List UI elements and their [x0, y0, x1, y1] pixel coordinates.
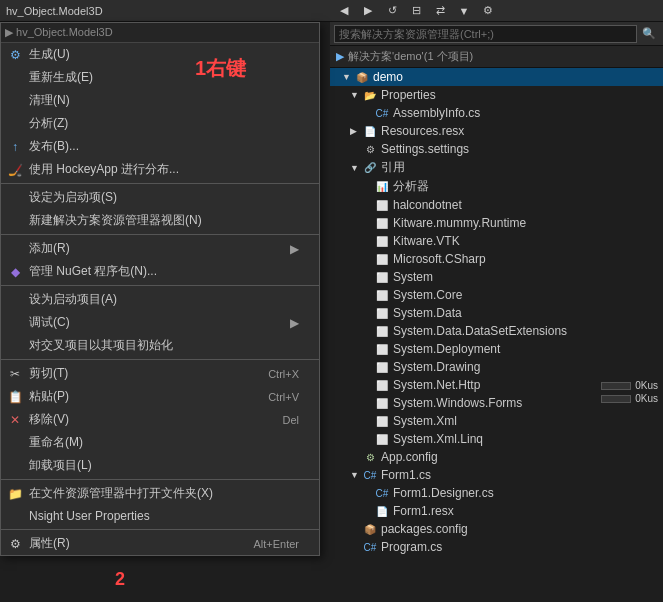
- tree-item-system-data[interactable]: ⬜ System.Data: [330, 304, 663, 322]
- se-solution-label-row: ▶ 解决方案'demo'(1 个项目): [330, 46, 663, 68]
- menu-item-set-startup[interactable]: 设定为启动项(S): [1, 186, 319, 209]
- tree-item-system[interactable]: ⬜ System: [330, 268, 663, 286]
- menu-item-debug-label: 调试(C): [29, 314, 70, 331]
- tree-item-settings[interactable]: ⚙ Settings.settings: [330, 140, 663, 158]
- menu-item-open-in-explorer[interactable]: 📁 在文件资源管理器中打开文件夹(X): [1, 482, 319, 505]
- speed-bar-2: [601, 395, 631, 403]
- menu-item-hockeyapp[interactable]: 🏒 使用 HockeyApp 进行分布...: [1, 158, 319, 181]
- app-config-icon: ⚙: [362, 449, 378, 465]
- assemblyinfo-icon: C#: [374, 105, 390, 121]
- se-search-input[interactable]: [334, 25, 637, 43]
- tree-item-system-dataset-ext[interactable]: ⬜ System.Data.DataSetExtensions: [330, 322, 663, 340]
- hockey-icon: 🏒: [7, 162, 23, 178]
- menu-item-analyze[interactable]: 分析(Z): [1, 112, 319, 135]
- se-settings-btn[interactable]: ⚙: [478, 2, 498, 20]
- tree-item-ms-csharp[interactable]: ⬜ Microsoft.CSharp: [330, 250, 663, 268]
- tree-item-assemblyinfo[interactable]: C# AssemblyInfo.cs: [330, 104, 663, 122]
- menu-item-unload[interactable]: 卸载项目(L): [1, 454, 319, 477]
- tree-item-demo[interactable]: ▼ 📦 demo: [330, 68, 663, 86]
- form1-label: Form1.cs: [381, 468, 431, 482]
- se-back-btn[interactable]: ◀: [334, 2, 354, 20]
- menu-item-build[interactable]: ⚙ 生成(U): [1, 43, 319, 66]
- se-tree[interactable]: ▼ 📦 demo ▼ 📂 Properties C# AssemblyInfo.…: [330, 68, 663, 602]
- menu-item-publish[interactable]: ↑ 发布(B)...: [1, 135, 319, 158]
- system-data-icon: ⬜: [374, 305, 390, 321]
- tree-item-form1-designer[interactable]: C# Form1.Designer.cs: [330, 484, 663, 502]
- menu-item-set-startup-label: 设定为启动项(S): [29, 189, 117, 206]
- system-nethttp-label: System.Net.Http: [393, 378, 480, 392]
- kitware-vtk-label: Kitware.VTK: [393, 234, 460, 248]
- tree-item-kitware-mummy[interactable]: ⬜ Kitware.mummy.Runtime: [330, 214, 663, 232]
- cut-shortcut: Ctrl+X: [268, 368, 299, 380]
- cut-icon: ✂: [7, 366, 23, 382]
- label-2: 2: [115, 569, 125, 590]
- menu-item-clean[interactable]: 清理(N): [1, 89, 319, 112]
- analyzer-label: 分析器: [393, 178, 429, 195]
- menu-item-hockeyapp-label: 使用 HockeyApp 进行分布...: [29, 161, 179, 178]
- menu-item-new-solution-view-label: 新建解决方案资源管理器视图(N): [29, 212, 202, 229]
- tree-item-app-config[interactable]: ⚙ App.config: [330, 448, 663, 466]
- menu-item-cut[interactable]: ✂ 剪切(T) Ctrl+X: [1, 362, 319, 385]
- se-collapse-btn[interactable]: ⊟: [406, 2, 426, 20]
- tree-item-system-drawing[interactable]: ⬜ System.Drawing: [330, 358, 663, 376]
- menu-item-rebuild[interactable]: 重新生成(E): [1, 66, 319, 89]
- system-deployment-icon: ⬜: [374, 341, 390, 357]
- props-icon: ⚙: [7, 536, 23, 552]
- tree-item-form1-resx[interactable]: 📄 Form1.resx: [330, 502, 663, 520]
- project-icon: 📦: [354, 69, 370, 85]
- menu-item-rebuild-label: 重新生成(E): [29, 69, 93, 86]
- system-deployment-label: System.Deployment: [393, 342, 500, 356]
- app-config-label: App.config: [381, 450, 438, 464]
- tree-item-program[interactable]: C# Program.cs: [330, 538, 663, 556]
- demo-expand-icon: ▼: [342, 72, 354, 82]
- se-search-btn[interactable]: 🔍: [639, 25, 659, 43]
- solution-expand-icon: ▶: [336, 50, 344, 63]
- se-forward-btn[interactable]: ▶: [358, 2, 378, 20]
- menu-item-new-solution-view[interactable]: 新建解决方案资源管理器视图(N): [1, 209, 319, 232]
- tree-item-system-xml[interactable]: ⬜ System.Xml: [330, 412, 663, 430]
- tree-item-system-core[interactable]: ⬜ System.Core: [330, 286, 663, 304]
- properties-shortcut: Alt+Enter: [253, 538, 299, 550]
- menu-item-add[interactable]: 添加(R) ▶: [1, 237, 319, 260]
- ref-expand-icon: ▼: [350, 163, 362, 173]
- tree-item-kitware-vtk[interactable]: ⬜ Kitware.VTK: [330, 232, 663, 250]
- form1-icon: C#: [362, 467, 378, 483]
- menu-item-nsight[interactable]: Nsight User Properties: [1, 505, 319, 527]
- kitware-mummy-icon: ⬜: [374, 215, 390, 231]
- menu-item-debug[interactable]: 调试(C) ▶: [1, 311, 319, 334]
- tree-item-analyzer[interactable]: 📊 分析器: [330, 177, 663, 196]
- tree-item-references[interactable]: ▼ 🔗 引用: [330, 158, 663, 177]
- system-nethttp-icon: ⬜: [374, 377, 390, 393]
- context-menu: ▶ hv_Object.Model3D ⚙ 生成(U) 重新生成(E) 清理(N…: [0, 22, 320, 556]
- halcon-icon: ⬜: [374, 197, 390, 213]
- se-sync-btn[interactable]: ⇄: [430, 2, 450, 20]
- se-refresh-btn[interactable]: ↺: [382, 2, 402, 20]
- system-drawing-label: System.Drawing: [393, 360, 480, 374]
- tree-item-halcon[interactable]: ⬜ halcondotnet: [330, 196, 663, 214]
- speed-item-2: 0Kus: [601, 393, 658, 404]
- se-toolbar: ◀ ▶ ↺ ⊟ ⇄ ▼ ⚙: [330, 0, 663, 22]
- menu-item-set-startup2[interactable]: 设为启动项目(A): [1, 288, 319, 311]
- tree-item-system-xmllinq[interactable]: ⬜ System.Xml.Linq: [330, 430, 663, 448]
- menu-item-unload-label: 卸载项目(L): [29, 457, 92, 474]
- menu-item-rename[interactable]: 重命名(M): [1, 431, 319, 454]
- packages-config-label: packages.config: [381, 522, 468, 536]
- references-icon: 🔗: [362, 160, 378, 176]
- tree-item-resources[interactable]: ▶ 📄 Resources.resx: [330, 122, 663, 140]
- tree-item-form1[interactable]: ▼ C# Form1.cs: [330, 466, 663, 484]
- properties-label: Properties: [381, 88, 436, 102]
- se-filter-btn[interactable]: ▼: [454, 2, 474, 20]
- system-xmllinq-label: System.Xml.Linq: [393, 432, 483, 446]
- menu-item-init-git[interactable]: 对交叉项目以其项目初始化: [1, 334, 319, 357]
- tree-item-properties[interactable]: ▼ 📂 Properties: [330, 86, 663, 104]
- menu-item-manage-nuget[interactable]: ◆ 管理 NuGet 程序包(N)...: [1, 260, 319, 283]
- tree-item-system-deployment[interactable]: ⬜ System.Deployment: [330, 340, 663, 358]
- form1-designer-icon: C#: [374, 485, 390, 501]
- system-core-icon: ⬜: [374, 287, 390, 303]
- menu-item-properties[interactable]: ⚙ 属性(R) Alt+Enter: [1, 532, 319, 555]
- tree-item-packages-config[interactable]: 📦 packages.config: [330, 520, 663, 538]
- menu-item-remove[interactable]: ✕ 移除(V) Del: [1, 408, 319, 431]
- menu-item-paste[interactable]: 📋 粘贴(P) Ctrl+V: [1, 385, 319, 408]
- system-winforms-label: System.Windows.Forms: [393, 396, 522, 410]
- settings-label: Settings.settings: [381, 142, 469, 156]
